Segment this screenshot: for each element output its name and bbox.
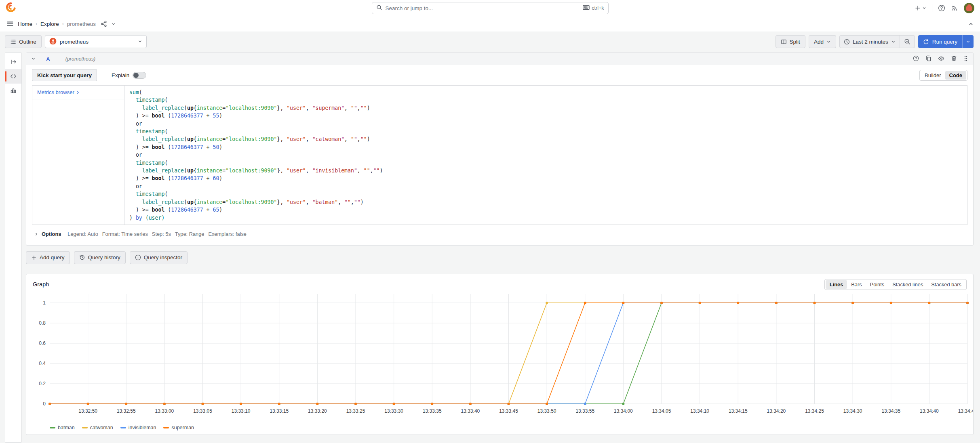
grafana-logo[interactable] [6,2,16,14]
query-inspector-button[interactable]: Query inspector [130,251,188,264]
breadcrumb-item[interactable]: Explore [40,21,59,27]
queries-code-icon[interactable] [5,69,21,84]
promql-code[interactable]: sum( timestamp( label_replace(up{instanc… [124,86,967,225]
breadcrumb-separator: › [36,21,37,27]
news-icon[interactable] [951,4,958,12]
code-line: or [129,183,962,190]
chevron-up-icon[interactable] [968,21,974,27]
svg-text:13:33:50: 13:33:50 [537,408,556,414]
breadcrumb-separator: › [62,21,64,27]
svg-text:13:34:40: 13:34:40 [920,408,939,414]
remove-query-trash-icon[interactable] [951,55,957,63]
zoom-out-button[interactable] [900,36,915,48]
series-point-superman [660,302,663,304]
code-line: ) by (user) [129,214,962,222]
svg-text:13:33:05: 13:33:05 [193,408,212,414]
legend-item-batman[interactable]: batman [50,425,75,430]
svg-text:13:33:55: 13:33:55 [575,408,594,414]
legend-swatch [163,427,169,428]
graph-mode-stacked-bars[interactable]: Stacked bars [927,280,965,289]
chevron-down-icon[interactable] [111,22,116,26]
query-help-icon[interactable] [913,55,919,63]
query-history-button[interactable]: Query history [74,251,126,264]
code-line: timestamp( [129,96,962,104]
share-icon[interactable] [101,21,107,27]
explain-toggle[interactable] [133,72,146,79]
datasource-picker[interactable]: prometheus [45,35,147,48]
drag-handle-icon[interactable] [963,55,968,63]
kick-start-button[interactable]: Kick start your query [32,69,97,81]
legend-swatch [50,427,55,428]
svg-text:13:33:25: 13:33:25 [346,408,365,414]
graph-mode-points[interactable]: Points [866,280,889,289]
svg-text:13:34:00: 13:34:00 [614,408,633,414]
series-point-superman [316,403,318,405]
chart-legend: batmancatwomaninvisiblemansuperman [26,425,973,435]
outline-expand-icon[interactable] [5,55,21,69]
options-summary-item: Format: Time series [102,231,148,237]
time-range-picker[interactable]: Last 2 minutes [840,36,900,48]
code-line: ) >= bool (1728646377 + 60) [129,174,962,182]
code-line: label_replace(up{instance="localhost:909… [129,104,962,112]
svg-text:13:33:45: 13:33:45 [499,408,518,414]
svg-text:13:34:45: 13:34:45 [958,408,973,414]
series-point-catwoman [546,302,548,304]
split-button[interactable]: Split [776,35,805,48]
svg-text:13:34:20: 13:34:20 [767,408,786,414]
graph-mode-lines[interactable]: Lines [826,280,847,289]
graph-mode-stacked-lines[interactable]: Stacked lines [888,280,927,289]
editor-mode-code[interactable]: Code [945,71,967,80]
code-line: or [129,120,962,128]
legend-item-catwoman[interactable]: catwoman [82,425,113,430]
breadcrumb: Home›Explore›prometheus [18,21,96,27]
run-query-dropdown[interactable] [962,35,974,48]
svg-text:13:33:20: 13:33:20 [308,408,327,414]
search-shortcut: ctrl+k [592,5,604,11]
chart-plot-area[interactable]: 00.20.40.60.8113:32:5013:32:5513:33:0013… [26,291,973,425]
svg-text:13:33:35: 13:33:35 [423,408,442,414]
legend-swatch [120,427,126,428]
svg-text:0: 0 [43,401,46,407]
search-icon [376,4,382,12]
graph-panel-icon[interactable] [5,84,21,98]
menu-toggle-icon[interactable] [6,20,14,27]
series-point-superman [125,403,127,405]
search-input[interactable]: Search or jump to... ctrl+k [372,2,609,14]
query-actions-row: Add query Query history Query inspector [26,251,974,264]
legend-item-invisibleman[interactable]: invisibleman [120,425,156,430]
query-options-bar[interactable]: Options Legend: AutoFormat: Time seriesS… [32,228,967,240]
editor-mode-builder[interactable]: Builder [921,71,945,80]
svg-text:13:34:25: 13:34:25 [805,408,824,414]
time-series-chart[interactable]: 00.20.40.60.8113:32:5013:32:5513:33:0013… [26,291,973,425]
series-point-invisibleman [584,403,586,405]
prometheus-logo [49,38,57,46]
series-point-superman [890,302,892,304]
user-avatar[interactable] [964,3,974,13]
run-query-button[interactable]: Run query [918,35,974,48]
svg-text:1: 1 [43,300,46,306]
hide-response-eye-icon[interactable] [938,55,944,63]
series-point-superman [508,403,510,405]
graph-mode-bars[interactable]: Bars [847,280,866,289]
duplicate-query-icon[interactable] [925,55,932,63]
metrics-browser-link[interactable]: Metrics browser [32,86,124,99]
help-icon[interactable] [938,4,945,12]
series-point-batman [622,403,624,405]
svg-text:13:33:10: 13:33:10 [232,408,251,414]
legend-item-superman[interactable]: superman [163,425,194,430]
svg-text:13:32:50: 13:32:50 [78,408,97,414]
query-editor-panel: A (prometheus) Kick start your query [26,52,974,246]
add-button[interactable]: Add [809,35,836,48]
new-menu-button[interactable] [915,5,926,11]
explore-toolbar: Outline prometheus Split Add [5,35,974,48]
query-row-header[interactable]: A (prometheus) [26,53,973,65]
series-point-superman [775,302,778,304]
code-line: label_replace(up{instance="localhost:909… [129,198,962,206]
breadcrumb-item[interactable]: Home [18,21,32,27]
add-query-button[interactable]: Add query [26,251,70,264]
series-point-superman [240,403,242,405]
collapse-chevron-icon[interactable] [31,56,36,62]
svg-text:13:32:55: 13:32:55 [117,408,136,414]
graph-title: Graph [33,281,49,288]
outline-button[interactable]: Outline [5,35,42,48]
